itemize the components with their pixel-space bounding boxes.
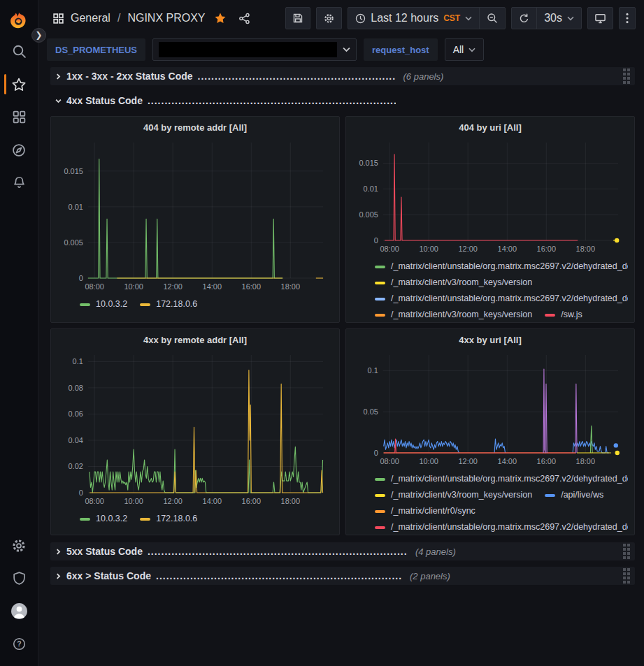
legend-label: /_matrix/client/r0/sync (391, 503, 475, 519)
legend-label: /_matrix/client/unstable/org.matrix.msc2… (391, 471, 628, 487)
clock-icon (355, 13, 366, 24)
legend-item[interactable]: /_matrix/client/unstable/org.matrix.msc2… (375, 471, 628, 487)
series-line (575, 384, 577, 453)
panel-title[interactable]: 404 by remote addr [All] (57, 120, 333, 137)
side-menu: ? (0, 0, 38, 666)
breadcrumb-folder[interactable]: General (71, 12, 110, 24)
sidebar-item-server-admin[interactable] (0, 562, 38, 595)
svg-text:10:00: 10:00 (419, 245, 438, 253)
series-line (90, 447, 323, 493)
chart-canvas[interactable]: 08:0010:0012:0014:0016:0018:0000.0050.01… (352, 137, 628, 256)
legend-label: /_matrix/client/v3/room_keys/version (391, 307, 532, 323)
legend-item[interactable]: /sw.js (545, 307, 582, 323)
dashboards-icon (12, 110, 27, 124)
zoom-out-time-button[interactable] (479, 8, 505, 29)
svg-text:16:00: 16:00 (537, 245, 556, 253)
legend-item[interactable]: 172.18.0.6 (140, 511, 197, 527)
row-header-5xx[interactable]: 5xx Status Code ........................… (50, 542, 635, 560)
dashboard-submenu: DS_PROMETHEUS request_host All (38, 36, 644, 63)
legend-item[interactable]: /_matrix/client/unstable/org.matrix.msc2… (375, 519, 628, 535)
series-point (615, 451, 620, 455)
sidebar-item-starred[interactable] (0, 68, 38, 101)
row-panel-count: (6 panels) (403, 71, 444, 82)
legend-swatch (375, 494, 385, 497)
chart-canvas[interactable]: 08:0010:0012:0014:0016:0018:0000.0050.01… (57, 137, 333, 294)
svg-text:14:00: 14:00 (203, 497, 222, 505)
time-picker-button[interactable]: Last 12 hours CST (348, 8, 479, 29)
svg-text:0: 0 (79, 488, 83, 497)
sidebar-expand-button[interactable]: ❯ (31, 28, 46, 43)
legend-swatch (545, 314, 555, 317)
grafana-logo[interactable] (9, 7, 29, 35)
legend-item[interactable]: /_matrix/client/v3/room_keys/version (375, 275, 532, 291)
row-panel-count: (4 panels) (415, 546, 456, 557)
dashboard-settings-button[interactable] (316, 7, 342, 29)
sidebar-item-dashboards[interactable] (0, 101, 38, 133)
panel-4xx-by-uri: 4xx by uri [All] 08:0010:0012:0014:0016:… (345, 328, 635, 535)
dashboard-grid-icon (52, 13, 64, 24)
svg-text:16:00: 16:00 (537, 457, 556, 465)
svg-text:?: ? (17, 639, 21, 648)
legend-item[interactable]: /_matrix/client/unstable/org.matrix.msc2… (375, 291, 628, 307)
series-line (494, 439, 505, 453)
legend-item[interactable]: /_matrix/client/r0/sync (375, 503, 475, 519)
panel-title[interactable]: 4xx by uri [All] (352, 333, 628, 349)
row-drag-handle[interactable] (623, 544, 630, 559)
sidebar-item-alerting[interactable] (0, 166, 38, 199)
svg-text:14:00: 14:00 (203, 282, 222, 291)
more-options-button[interactable] (619, 7, 636, 29)
legend-item[interactable]: 10.0.3.2 (80, 296, 127, 312)
series-line (385, 154, 578, 240)
panel-legend: 10.0.3.2172.18.0.6 (57, 511, 333, 527)
legend-swatch (80, 518, 90, 521)
chart-canvas[interactable]: 08:0010:0012:0014:0016:0018:0000.020.040… (57, 349, 333, 508)
refresh-button[interactable] (512, 8, 536, 29)
svg-text:0.005: 0.005 (64, 238, 83, 247)
datasource-variable-select[interactable] (152, 38, 357, 61)
row-header-4xx[interactable]: 4xx Status Code ........................… (50, 92, 635, 110)
datasource-variable-label[interactable]: DS_PROMETHEUS (47, 38, 145, 61)
row-title-dots: ........................................… (198, 71, 396, 82)
panel-404-by-uri: 404 by uri [All] 08:0010:0012:0014:0016:… (345, 116, 635, 323)
request-host-variable-select[interactable]: All (445, 38, 485, 61)
svg-text:12:00: 12:00 (458, 245, 477, 253)
panel-title[interactable]: 4xx by remote addr [All] (57, 333, 333, 349)
sidebar-item-profile[interactable] (0, 595, 38, 628)
legend-label: /_matrix/client/v3/room_keys/version (391, 275, 532, 291)
legend-label: /sw.js (561, 307, 582, 323)
main-view: General / NGINX PROXY Last 12 hours CST (38, 0, 644, 666)
kiosk-mode-button[interactable] (587, 7, 613, 29)
row-header-6xx[interactable]: 6xx > Status Code ......................… (50, 567, 635, 585)
row-header-1xx-3xx-2xx[interactable]: 1xx - 3xx - 2xx Status Code ............… (50, 67, 635, 85)
star-icon (11, 77, 27, 92)
legend-item[interactable]: 172.18.0.6 (140, 296, 197, 312)
sidebar-item-configuration[interactable] (0, 529, 38, 562)
row-drag-handle[interactable] (623, 568, 630, 584)
row-drag-handle[interactable] (623, 68, 630, 84)
favorite-star-icon[interactable] (214, 12, 227, 24)
sidebar-item-explore[interactable] (0, 133, 38, 166)
refresh-interval-picker[interactable]: 30s (536, 8, 581, 29)
chart-canvas[interactable]: 08:0010:0012:0014:0016:0018:0000.050.1 (352, 349, 628, 468)
legend-label: 172.18.0.6 (156, 296, 197, 312)
sidebar-item-help[interactable]: ? (0, 628, 38, 660)
row-title-dots: ........................................… (148, 546, 408, 557)
legend-item[interactable]: /_matrix/client/unstable/org.matrix.msc2… (375, 259, 628, 275)
legend-item[interactable]: /_matrix/client/v3/room_keys/version (375, 307, 532, 323)
legend-item[interactable]: /_matrix/client/v3/room_keys/version (375, 487, 532, 503)
save-dashboard-button[interactable] (285, 7, 310, 29)
legend-swatch (140, 303, 150, 306)
legend-label: /_matrix/client/unstable/org.matrix.msc2… (391, 519, 628, 535)
svg-text:16:00: 16:00 (242, 497, 261, 505)
legend-item[interactable]: /api/live/ws (545, 487, 603, 503)
dashboard-title[interactable]: NGINX PROXY (127, 12, 205, 24)
legend-swatch (375, 478, 385, 481)
request-host-variable-label[interactable]: request_host (364, 38, 438, 61)
share-icon[interactable] (238, 13, 250, 24)
row-title-dots: ........................................… (156, 570, 402, 581)
panel-legend: 10.0.3.2172.18.0.6 (57, 296, 333, 312)
legend-item[interactable]: 10.0.3.2 (80, 511, 127, 527)
legend-label: /_matrix/client/v3/room_keys/version (391, 487, 532, 503)
shield-icon (12, 571, 27, 586)
panel-title[interactable]: 404 by uri [All] (352, 120, 628, 137)
